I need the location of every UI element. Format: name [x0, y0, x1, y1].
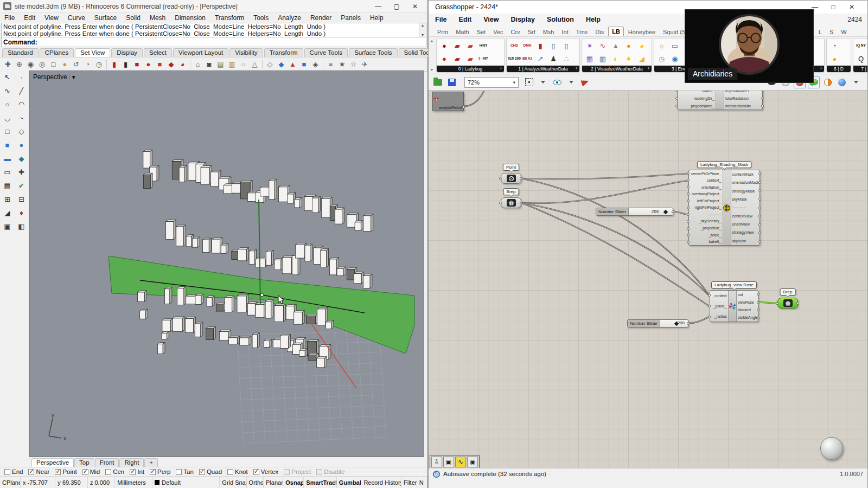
input-port-label[interactable]: _radius: [714, 314, 727, 318]
rhino-side-tool-icon[interactable]: ◢: [1, 206, 14, 220]
viewport-tab[interactable]: Perspective: [31, 458, 74, 467]
port-dot[interactable]: [687, 207, 690, 209]
component-icon[interactable]: ✶: [622, 52, 635, 65]
status-cell[interactable]: Planar: [264, 477, 283, 488]
rhino-toolbar-tab[interactable]: Standard: [2, 48, 39, 57]
output-port-label[interactable]: totalRadiation: [725, 97, 749, 100]
component-icon[interactable]: ▰: [464, 52, 477, 65]
checkbox-icon[interactable]: [82, 469, 88, 475]
component-icon[interactable]: CHD: [508, 39, 521, 52]
port-dot[interactable]: [520, 177, 522, 180]
port-dot[interactable]: [687, 227, 690, 230]
category-tab[interactable]: W: [838, 28, 850, 36]
category-tab[interactable]: Prm: [434, 28, 451, 36]
category-tab[interactable]: Crv: [508, 28, 524, 36]
component-icon[interactable]: ∴: [560, 52, 573, 65]
rhino-toolbar-tab[interactable]: Display: [111, 48, 143, 57]
rhino-toolbar-icon[interactable]: ◎: [36, 59, 48, 70]
checkbox-icon[interactable]: [199, 469, 205, 475]
status-cell[interactable]: Osnap: [283, 477, 304, 488]
rhino-toolbar-icon[interactable]: ▤: [215, 59, 226, 70]
rhino-toolbar-icon[interactable]: ⊕: [14, 59, 25, 70]
osnap-toggle[interactable]: Near: [28, 468, 49, 475]
status-cell[interactable]: z 0.000: [88, 477, 115, 488]
rhino-toolbar-icon[interactable]: [321, 59, 325, 70]
checkbox-icon[interactable]: [55, 469, 61, 475]
port-dot[interactable]: [758, 240, 761, 243]
port-dot[interactable]: [672, 210, 674, 213]
component-icon[interactable]: ●: [438, 52, 451, 65]
rhino-side-tool-icon[interactable]: ◇: [15, 125, 28, 138]
rhino-toolbar-icon[interactable]: ◇: [264, 59, 276, 70]
port-dot[interactable]: [708, 305, 711, 307]
component-icon[interactable]: ♟: [547, 52, 560, 65]
close-icon[interactable]: ✕: [406, 3, 424, 10]
port-dot[interactable]: [687, 220, 690, 223]
port-dot[interactable]: [675, 97, 678, 100]
viewport-tab[interactable]: Top: [74, 458, 94, 467]
category-tab[interactable]: Int: [558, 28, 571, 36]
output-port-label[interactable]: blocked: [738, 308, 751, 312]
rhino-side-tool-icon[interactable]: ╱: [15, 84, 28, 98]
rhino-toolbar-icon[interactable]: [260, 59, 264, 70]
rhino-viewport[interactable]: Perspective▼ xy: [29, 70, 424, 457]
component-icon[interactable]: ●: [438, 39, 451, 52]
output-port-label[interactable]: viewRose: [738, 300, 754, 304]
rhino-toolbar-icon[interactable]: ✈: [359, 59, 371, 70]
component-icon[interactable]: ▰: [464, 39, 477, 52]
port-dot[interactable]: [758, 207, 761, 209]
ribbon-scroll-arrows[interactable]: ▲▼: [429, 39, 435, 72]
checkbox-icon[interactable]: [4, 469, 10, 475]
rhino-side-tool-icon[interactable]: ⊞: [1, 192, 14, 206]
category-tab[interactable]: S: [826, 28, 837, 36]
zoom-level-select[interactable]: 72%▾: [464, 77, 519, 88]
output-port-label[interactable]: intersectionMtx: [725, 104, 751, 108]
rhino-toolbar-tab[interactable]: Select: [144, 48, 172, 57]
input-port-label[interactable]: _centerPtOrPlane_: [689, 172, 722, 176]
port-dot[interactable]: [462, 106, 465, 108]
canvas-toolbar-icon[interactable]: [551, 76, 563, 88]
component-icon[interactable]: ◕: [635, 39, 648, 52]
param-point[interactable]: [501, 173, 521, 184]
port-dot[interactable]: [499, 202, 502, 204]
rhino-toolbar-icon[interactable]: ●: [143, 59, 154, 70]
checkbox-icon[interactable]: [105, 469, 111, 475]
status-cell[interactable]: CPlane: [0, 477, 21, 488]
output-port-label[interactable]: -----------: [732, 206, 746, 209]
output-port-label[interactable]: visibleAngle: [738, 316, 758, 319]
status-cell[interactable]: Millimeters: [115, 477, 152, 488]
component-icon[interactable]: ◕: [828, 52, 841, 65]
input-port-label[interactable]: -----------: [707, 213, 722, 216]
osnap-toggle[interactable]: Disable: [316, 468, 344, 475]
rhino-toolbar-icon[interactable]: [188, 59, 192, 70]
rhino-menu-item[interactable]: Curve: [68, 14, 85, 22]
port-dot[interactable]: [757, 301, 760, 304]
display-mode-icon[interactable]: [850, 76, 862, 88]
minimize-icon[interactable]: —: [369, 3, 387, 10]
rhino-side-tool-icon[interactable]: ∿: [1, 84, 14, 98]
component-icon[interactable]: ◷: [655, 52, 668, 65]
rhino-menu-item[interactable]: Render: [310, 14, 331, 22]
rhino-toolbar-icon[interactable]: ★: [336, 59, 348, 70]
viewport-tab[interactable]: Front: [95, 458, 119, 467]
rhino-side-tool-icon[interactable]: ◡: [1, 111, 14, 125]
checkbox-icon[interactable]: [227, 469, 233, 475]
rhino-side-tool-icon[interactable]: ↖: [1, 70, 14, 84]
osnap-toggle[interactable]: Int: [130, 468, 144, 475]
input-port-label[interactable]: overhangProject_: [692, 192, 722, 196]
rhino-menu-item[interactable]: Analyze: [278, 14, 301, 22]
param-brep[interactable]: [501, 197, 521, 208]
osnap-toggle[interactable]: Project: [284, 468, 311, 475]
input-port-label[interactable]: orientation_: [701, 185, 722, 189]
canvas-toolbar-icon[interactable]: [432, 76, 444, 88]
port-dot[interactable]: [796, 302, 799, 305]
rhino-toolbar-tab[interactable]: Visibility: [229, 48, 263, 57]
rhino-toolbar-icon[interactable]: ☆: [348, 59, 359, 70]
rhino-toolbar-icon[interactable]: ◔: [82, 59, 93, 70]
ribbon-group-label[interactable]: 2 | VisualizeWeatherData+: [582, 66, 652, 72]
category-tab[interactable]: Vec: [490, 28, 506, 36]
rhino-menu-item[interactable]: Transform: [215, 14, 244, 22]
status-cell[interactable]: Filter: [401, 477, 417, 488]
rhino-toolbar-icon[interactable]: ◙: [203, 59, 215, 70]
rhino-side-tool-icon[interactable]: ◠: [15, 98, 28, 111]
